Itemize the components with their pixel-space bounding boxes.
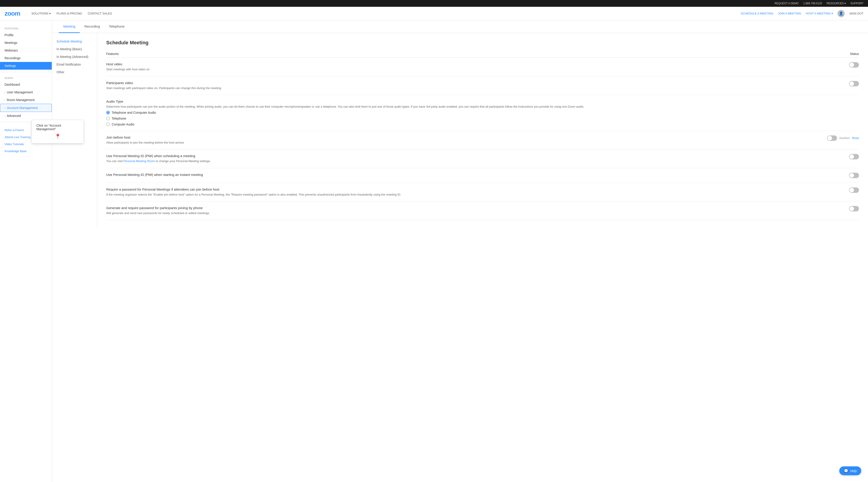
header-right: SCHEDULE A MEETING JOIN A MEETING HOST A… [741, 10, 864, 17]
tooltip-text: Click on "Account Management" [36, 124, 79, 131]
sidebar-divider-1 [0, 72, 52, 72]
pmi-scheduling-name: Use Personal Meeting ID (PMI) when sched… [106, 154, 844, 158]
join-before-host-reset[interactable]: Reset [852, 137, 859, 140]
help-chat-icon: 💬 [844, 469, 848, 473]
sidebar-item-recordings[interactable]: Recordings [0, 54, 52, 62]
sub-nav-email-notification[interactable]: Email Notification [52, 61, 97, 68]
host-video-name: Host video [106, 62, 844, 66]
generate-password-phone-desc: Will generate and send new passwords for… [106, 211, 844, 215]
tooltip-popup: Click on "Account Management" 📍 [32, 120, 84, 143]
table-header: Features Status [106, 50, 859, 58]
sub-nav-schedule-meeting[interactable]: Schedule Meeting [52, 37, 97, 45]
resources-label: RESOURCES [827, 2, 844, 5]
sidebar-item-meetings[interactable]: Meetings [0, 39, 52, 47]
features-header: Features [106, 52, 119, 56]
status-header: Status [850, 52, 859, 56]
header-nav: SOLUTIONS ▾ PLANS & PRICING CONTACT SALE… [31, 12, 734, 15]
user-mgmt-arrow-icon: › [4, 91, 5, 94]
generate-password-phone-name: Generate and require password for partic… [106, 206, 844, 210]
tooltip-pin-icon: 📍 [36, 133, 79, 140]
setting-password-pmi-join-before-host: Require a password for Personal Meetings… [106, 183, 859, 202]
tab-meeting[interactable]: Meeting [59, 20, 80, 33]
join-before-host-desc: Allow participants to join the meeting b… [106, 141, 823, 145]
phone-link[interactable]: 1.888.799.0125 [803, 2, 822, 5]
setting-host-video: Host video Start meetings with host vide… [106, 58, 859, 77]
join-before-host-modified: Modified [839, 137, 849, 140]
join-before-host-name: Join before host [106, 135, 823, 139]
solutions-arrow-icon: ▾ [49, 12, 51, 15]
setting-audio-type: Audio Type Determine how participants ca… [106, 95, 859, 131]
password-pmi-desc: If the meeting organizer selects the "En… [106, 192, 844, 197]
setting-participants-video: Participants video Start meetings with p… [106, 77, 859, 95]
participants-video-name: Participants video [106, 81, 844, 85]
sidebar-item-account-management[interactable]: › Account Management [0, 104, 52, 112]
audio-type-desc: Determine how participants can join the … [106, 104, 584, 109]
pmi-scheduling-toggle[interactable] [849, 154, 859, 159]
sidebar-item-webinars[interactable]: Webinars [0, 47, 52, 54]
sidebar: PERSONAL Profile Meetings Webinars Recor… [0, 20, 52, 482]
avatar[interactable]: 👤 [837, 10, 845, 17]
resources-arrow-icon: ▾ [844, 2, 846, 5]
nav-solutions[interactable]: SOLUTIONS ▾ [31, 12, 51, 15]
room-mgmt-arrow-icon: › [4, 98, 5, 101]
sub-nav-in-meeting-basic[interactable]: In Meeting (Basic) [52, 45, 97, 53]
generate-password-phone-toggle[interactable] [849, 206, 859, 211]
main-content: Meeting Recording Telephone Schedule Mee… [52, 20, 868, 482]
host-video-toggle[interactable] [849, 62, 859, 68]
nav-contact-sales[interactable]: CONTACT SALES [88, 12, 112, 15]
advanced-arrow-icon: › [4, 114, 5, 117]
admin-section-label: ADMIN [0, 74, 52, 81]
support-link[interactable]: SUPPORT [850, 2, 864, 5]
participants-video-toggle[interactable] [849, 81, 859, 86]
settings-title: Schedule Meeting [106, 40, 859, 46]
tab-telephone[interactable]: Telephone [104, 20, 129, 33]
tabs: Meeting Recording Telephone [52, 20, 868, 33]
help-button[interactable]: 💬 Help [839, 466, 861, 475]
host-meeting-btn[interactable]: HOST A MEETING ▾ [806, 12, 833, 15]
tab-recording[interactable]: Recording [80, 20, 104, 33]
sidebar-item-dashboard[interactable]: Dashboard [0, 81, 52, 88]
top-bar: REQUEST A DEMO 1.888.799.0125 RESOURCES … [0, 0, 868, 7]
sidebar-item-settings[interactable]: Settings [0, 62, 52, 70]
join-meeting-link[interactable]: JOIN A MEETING [778, 12, 801, 15]
resources-link[interactable]: RESOURCES ▾ [827, 2, 846, 5]
request-demo-link[interactable]: REQUEST A DEMO [774, 2, 799, 5]
pmi-scheduling-desc: You can visit Personal Meeting Room to c… [106, 159, 844, 163]
host-arrow-icon: ▾ [831, 12, 833, 15]
sidebar-item-room-management[interactable]: › Room Management [0, 96, 52, 104]
setting-pmi-instant: Use Personal Meeting ID (PMI) when start… [106, 168, 859, 183]
radio-computer-audio[interactable]: Computer Audio [106, 123, 156, 126]
host-video-desc: Start meetings with host video on [106, 67, 844, 72]
personal-section-label: PERSONAL [0, 25, 52, 31]
setting-generate-password-phone: Generate and require password for partic… [106, 202, 859, 220]
radio-telephone[interactable]: Telephone [106, 117, 156, 120]
sidebar-item-advanced[interactable]: › Advanced [0, 112, 52, 120]
setting-join-before-host: Join before host Allow participants to j… [106, 131, 859, 150]
radio-telephone-circle [106, 117, 110, 120]
sign-out-link[interactable]: SIGN OUT [849, 12, 864, 15]
radio-computer-audio-circle [106, 123, 110, 126]
radio-telephone-computer[interactable]: Telephone and Computer Audio [106, 111, 156, 114]
audio-type-radio-group: Telephone and Computer Audio Telephone C… [106, 111, 156, 126]
sub-nav-in-meeting-advanced[interactable]: In Meeting (Advanced) [52, 53, 97, 61]
join-before-host-toggle[interactable] [827, 135, 837, 141]
radio-telephone-computer-circle [106, 111, 110, 114]
schedule-meeting-link[interactable]: SCHEDULE A MEETING [741, 12, 773, 15]
pmi-instant-toggle[interactable] [849, 173, 859, 178]
settings-panel: Schedule Meeting Features Status Host vi… [97, 33, 868, 227]
pmi-instant-name: Use Personal Meeting ID (PMI) when start… [106, 173, 844, 177]
sidebar-item-user-management[interactable]: › User Management [0, 88, 52, 96]
sub-nav-other[interactable]: Other [52, 68, 97, 76]
avatar-icon: 👤 [839, 11, 843, 16]
zoom-logo[interactable]: zoom [4, 10, 20, 17]
password-pmi-name: Require a password for Personal Meetings… [106, 187, 844, 191]
password-pmi-toggle[interactable] [849, 187, 859, 193]
layout: PERSONAL Profile Meetings Webinars Recor… [0, 20, 868, 482]
participants-video-desc: Start meetings with participant video on… [106, 86, 844, 90]
content-area: Schedule Meeting In Meeting (Basic) In M… [52, 33, 868, 227]
sidebar-item-profile[interactable]: Profile [0, 31, 52, 39]
knowledge-base-link[interactable]: Knowledge Base [0, 148, 52, 155]
personal-meeting-room-link[interactable]: Personal Meeting Room [123, 159, 155, 163]
nav-plans-pricing[interactable]: PLANS & PRICING [57, 12, 82, 15]
audio-type-name: Audio Type [106, 99, 584, 103]
